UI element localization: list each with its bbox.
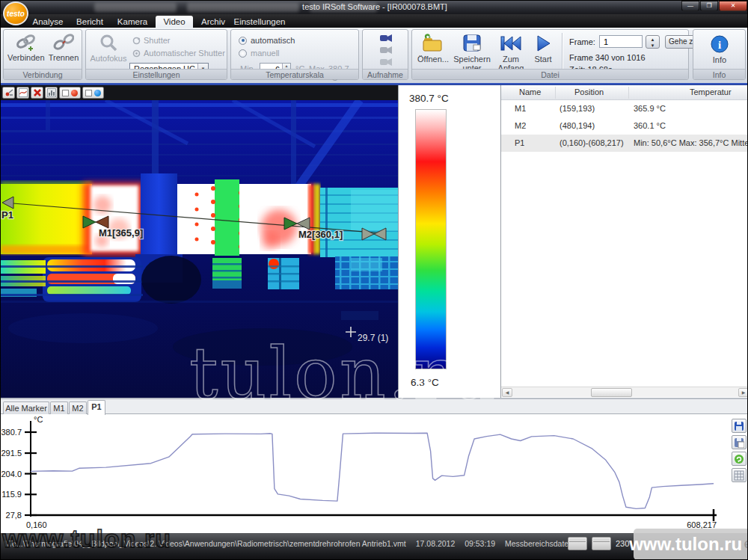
delete-x-icon [33,88,42,97]
oeffnen-button[interactable]: Öffnen... [414,34,452,64]
m1-position: (159,193) [560,104,595,113]
tab-video[interactable]: Video [156,16,193,28]
m2-name: M2 [515,121,526,130]
chart-refresh-button[interactable] [732,452,747,466]
frame-spin-buttons[interactable]: ▲ ▼ [646,35,660,49]
tab-m1[interactable]: M1 [50,401,68,414]
radio-automatisch-control[interactable] [239,37,247,45]
marker-tool-icon [4,88,13,97]
hot-spot-checkbox[interactable] [85,90,92,96]
p1-label: P1 [1,209,13,221]
svg-text:608,217: 608,217 [687,520,717,529]
table-row-p1[interactable]: P1 (0,160)-(608,217) Min: 50,6°C Max: 35… [501,135,748,152]
scrollbar-thumb[interactable] [591,388,632,397]
tab-p1[interactable]: P1 [88,400,105,415]
profile-tabs: Alle Marker M1 M2 P1 [1,399,748,414]
radio-manuell[interactable]: manuell [239,49,280,58]
skip-to-start-icon [499,34,523,53]
svg-text:204.0: 204.0 [1,470,22,479]
ribbon: Verbinden Trennen Verbindung Autofokus [1,28,748,83]
testo-logo[interactable]: testo [3,1,28,25]
frame-spin-down-icon[interactable]: ▼ [646,43,659,49]
cold-spot-checkbox[interactable] [62,90,69,96]
measurements-panel: Name Position Temperatur M1 (159,193) 36… [500,85,748,398]
autofokus-button[interactable]: Autofokus [89,34,128,63]
open-folder-icon [422,34,444,53]
frame-value-input[interactable] [600,36,642,47]
group-label-temperaturskala: Temperaturskala [231,69,358,79]
close-button[interactable]: ✕ [719,1,747,11]
export-camera-icon[interactable] [379,57,393,67]
profile-chart[interactable]: 380.7291.5204.0115.927,8°C0,160608,217 [1,413,748,535]
speichern-unter-button[interactable]: Speichern unter [453,34,491,73]
chart-save-button[interactable] [732,419,747,433]
start-label: Start [534,55,551,64]
tab-m2[interactable]: M2 [69,401,87,414]
m1-temperature: 365.9 °C [634,104,666,113]
status-value: 230 [616,539,629,548]
status-bar: \\Te...\Thermografie\04__Bildpool_Videos… [1,533,748,560]
zum-anfang-button[interactable]: Zum Anfang [493,34,529,73]
minimize-button[interactable]: — [681,1,699,11]
record-camera-icon[interactable] [379,33,393,43]
table-hscrollbar[interactable]: ◀ ▶ [501,387,748,397]
group-label-einstellungen: Einstellungen [86,69,227,79]
col-temperatur[interactable]: Temperatur [690,87,732,96]
hot-spot-icon [71,90,78,96]
radio-manuell-label: manuell [251,49,280,58]
tab-bericht[interactable]: Bericht [71,16,108,28]
maximize-button[interactable]: ❐ [700,1,718,11]
radio-manuell-control[interactable] [239,49,247,58]
svg-text:0,160: 0,160 [26,520,47,529]
main-content: P1 M1[365,9] M2[360,1] 29.7 [1,85,748,398]
tab-kamera[interactable]: Kamera [113,16,152,28]
chart-save-as-button[interactable] [732,435,747,449]
scroll-left-icon[interactable]: ◀ [502,388,512,397]
group-temperaturskala: automatisch manuell Min ▲ ▼ °C Max 380.7… [230,29,359,80]
window-title: testo IRSoft Software - [IR000078.BMT] [1,2,748,11]
start-button[interactable]: Start [529,34,557,64]
grid-icon [734,470,744,481]
auto-shutter-button[interactable]: Automatischer Shutter [132,49,225,58]
histogram-button[interactable] [45,87,58,99]
table-row-m1[interactable]: M1 (159,193) 365.9 °C [501,100,748,117]
frame-spin-up-icon[interactable]: ▲ [646,37,659,43]
svg-text:i: i [718,39,721,51]
frame-input-box[interactable] [599,35,643,48]
col-position[interactable]: Position [574,87,604,96]
table-row-m2[interactable]: M2 (480,194) 360.1 °C [501,117,748,135]
verbinden-label: Verbinden [7,53,45,62]
profile-line-button[interactable] [16,87,29,99]
trennen-button[interactable]: Trennen [46,34,81,62]
group-info: i Info Info [693,29,746,80]
connect-chain-icon [15,34,36,52]
info-icon: i [710,34,729,54]
hot-spot-toggle[interactable] [82,87,104,99]
window-layout-icon[interactable] [568,537,587,550]
snapshot-camera-icon[interactable] [379,45,393,55]
col-name[interactable]: Name [519,87,541,96]
m2-label: M2[360,1] [298,229,343,240]
chart-grid-button[interactable] [732,468,747,482]
scroll-right-icon[interactable]: ▶ [738,388,748,397]
m2-temperature: 360.1 °C [634,121,666,130]
cold-spot-icon [94,90,101,96]
verbinden-button[interactable]: Verbinden [7,34,43,62]
tab-archiv[interactable]: Archiv [196,16,230,28]
thermal-image[interactable]: P1 M1[365,9] M2[360,1] 29.7 [1,100,398,398]
svg-text:°C: °C [34,415,43,424]
p1-name: P1 [515,138,524,147]
tab-alle-marker[interactable]: Alle Marker [3,401,49,414]
window-cascade-icon[interactable] [592,537,611,550]
info-button[interactable]: i Info [702,34,737,64]
add-marker-button[interactable] [2,87,15,99]
tab-analyse[interactable]: Analyse [29,16,67,28]
cold-spot-toggle[interactable] [59,87,81,99]
thermal-image-panel: P1 M1[365,9] M2[360,1] 29.7 [1,85,398,398]
tab-einstellungen[interactable]: Einstellungen [233,16,286,28]
oeffnen-label: Öffnen... [417,55,449,64]
ribbon-tab-bar: Analyse Bericht Kamera Video Archiv Eins… [1,14,748,28]
radio-automatisch[interactable]: automatisch [239,36,295,45]
delete-marker-button[interactable] [31,87,43,99]
shutter-button[interactable]: Shutter [132,36,170,45]
